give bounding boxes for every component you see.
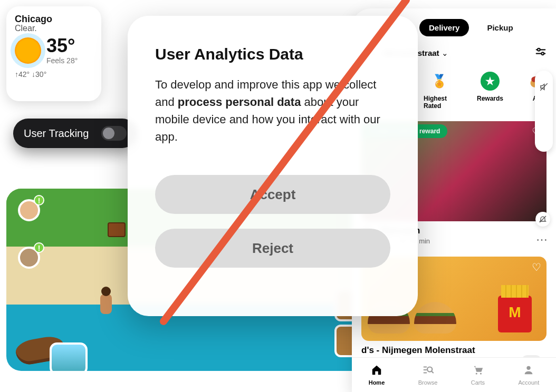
nav-account[interactable]: Account	[519, 364, 540, 386]
chest-icon	[108, 222, 126, 237]
analytics-modal: User Analytics Data To develop and impro…	[128, 16, 418, 316]
nav-label: Browse	[418, 379, 438, 386]
tab-pickup[interactable]: Pickup	[477, 19, 522, 36]
tracking-label: User Tracking	[24, 128, 89, 140]
bell-off-icon[interactable]	[535, 212, 550, 227]
mountain-sticker-icon	[50, 342, 88, 371]
home-icon	[371, 364, 382, 378]
sun-icon	[15, 37, 41, 64]
weather-low: ↓30°	[32, 70, 46, 79]
quest-badge-icon: !	[34, 242, 44, 253]
cat-rewards[interactable]: ★ Rewards	[474, 71, 506, 110]
svg-point-13	[527, 366, 531, 370]
fries-icon	[498, 296, 532, 332]
cat-label: Rewards	[477, 95, 503, 102]
chevron-down-icon: ⌄	[442, 48, 448, 57]
quest-badge-icon: !	[34, 195, 44, 205]
svg-point-2	[538, 48, 540, 51]
svg-point-11	[476, 373, 477, 375]
heart-icon[interactable]: ♡	[532, 261, 541, 273]
restaurant-title: d's - Nijmegen Molenstraat	[361, 345, 547, 356]
user-tracking-pill: User Tracking	[13, 119, 137, 148]
nav-browse[interactable]: Browse	[418, 364, 438, 386]
star-icon: ★	[480, 71, 501, 92]
svg-point-3	[541, 52, 544, 55]
more-icon[interactable]: ⋯	[536, 233, 549, 247]
modal-body: To develop and improve this app we colle…	[155, 76, 390, 145]
weather-high: ↑42°	[15, 70, 30, 79]
weather-feels: Feels 28°	[46, 56, 78, 65]
burger-icon	[414, 302, 456, 334]
side-scroll[interactable]	[535, 71, 553, 152]
tab-delivery[interactable]: Delivery	[419, 19, 469, 36]
weather-city: Chicago	[15, 14, 93, 25]
reject-button[interactable]: Reject	[155, 229, 390, 268]
account-icon	[523, 364, 534, 378]
trophy-icon: 🏅	[429, 71, 450, 92]
accept-button[interactable]: Accept	[155, 175, 390, 214]
weather-temp: 35°	[46, 36, 78, 55]
mode-tabs: Delivery Pickup	[419, 19, 547, 36]
modal-title: User Analytics Data	[155, 45, 390, 63]
weather-high-low: ↑42° ↓30°	[15, 70, 93, 79]
svg-line-10	[432, 371, 433, 373]
nav-label: Carts	[471, 379, 485, 386]
modal-body-bold: process personal data	[178, 95, 301, 109]
weather-widget[interactable]: Chicago Clear. 35° Feels 28° ↑42° ↓30°	[6, 6, 101, 101]
nav-label: Account	[519, 379, 540, 386]
weather-condition: Clear.	[15, 24, 93, 33]
tracking-toggle[interactable]	[101, 126, 127, 141]
cat-highest-rated[interactable]: 🏅 Highest Rated	[424, 71, 455, 110]
nav-label: Home	[369, 379, 385, 386]
svg-point-12	[480, 373, 482, 375]
nav-carts[interactable]: Carts	[471, 364, 485, 386]
player-character-icon	[100, 294, 112, 314]
mute-icon[interactable]	[539, 82, 549, 94]
browse-icon	[422, 364, 434, 378]
cat-label: Highest Rated	[424, 95, 455, 110]
cart-icon	[472, 364, 484, 378]
nav-home[interactable]: Home	[369, 364, 385, 386]
bottom-nav: Home Browse Carts Account	[352, 357, 556, 392]
filter-icon[interactable]	[535, 46, 547, 60]
